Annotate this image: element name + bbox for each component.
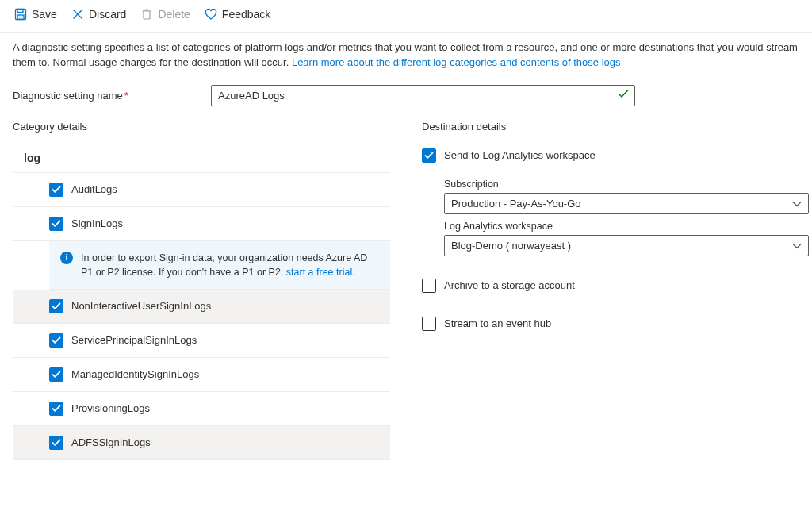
log-group-header: log (13, 144, 390, 173)
intro-text: A diagnostic setting specifies a list of… (13, 40, 798, 71)
log-checkbox[interactable] (49, 367, 63, 382)
log-label: SignInLogs (71, 217, 123, 229)
chevron-down-icon (792, 240, 802, 252)
destination-column: Destination details Send to Log Analytic… (422, 121, 799, 460)
log-item: AuditLogs (13, 173, 390, 207)
workspace-value: Blog-Demo ( norwayeast ) (451, 240, 571, 252)
log-checkbox[interactable] (49, 183, 63, 197)
trash-icon (140, 8, 153, 21)
learn-more-link[interactable]: Learn more about the different log categ… (292, 56, 621, 68)
discard-label: Discard (89, 8, 126, 21)
log-item: ADFSSignInLogs (13, 426, 390, 460)
feedback-label: Feedback (222, 8, 270, 21)
delete-button: Delete (140, 8, 190, 21)
log-item: NonInteractiveUserSignInLogs (13, 290, 390, 324)
log-item: ProvisioningLogs (13, 392, 390, 426)
workspace-select[interactable]: Blog-Demo ( norwayeast ) (444, 235, 809, 256)
archive-storage-label: Archive to a storage account (444, 279, 575, 291)
destination-header: Destination details (422, 121, 799, 133)
info-icon: i (60, 252, 73, 264)
log-item: SignInLogs (13, 207, 390, 241)
log-label: AuditLogs (71, 183, 117, 195)
svg-rect-2 (17, 15, 24, 20)
log-item: ManagedIdentitySignInLogs (13, 358, 390, 392)
feedback-button[interactable]: Feedback (205, 8, 270, 21)
subscription-select[interactable]: Production - Pay-As-You-Go (444, 193, 809, 214)
log-checkbox[interactable] (49, 436, 63, 450)
log-label: ADFSSignInLogs (71, 436, 151, 448)
discard-button[interactable]: Discard (71, 8, 126, 21)
signin-info-box: iIn order to export Sign-in data, your o… (49, 241, 390, 290)
svg-rect-1 (17, 10, 23, 13)
log-checkbox[interactable] (49, 402, 63, 416)
name-row: Diagnostic setting name* (13, 85, 799, 106)
free-trial-link[interactable]: start a free trial. (286, 267, 355, 278)
log-checkbox[interactable] (49, 217, 63, 231)
log-label: ProvisioningLogs (71, 402, 150, 414)
category-header: Category details (13, 121, 390, 133)
columns: Category details log AuditLogsSignInLogs… (13, 121, 799, 460)
subscription-label: Subscription (444, 179, 799, 190)
heart-icon (205, 8, 217, 21)
save-button[interactable]: Save (14, 8, 57, 21)
send-log-analytics-checkbox[interactable] (422, 148, 436, 163)
command-bar: Save Discard Delete Feedback (0, 0, 812, 33)
stream-eventhub-checkbox[interactable] (422, 317, 436, 331)
stream-eventhub-label: Stream to an event hub (444, 317, 551, 329)
log-label: ServicePrincipalSignInLogs (71, 334, 197, 346)
chevron-down-icon (792, 198, 802, 209)
log-label: NonInteractiveUserSignInLogs (71, 300, 211, 312)
log-list: AuditLogsSignInLogsiIn order to export S… (13, 173, 390, 460)
log-analytics-subsection: Subscription Production - Pay-As-You-Go … (422, 167, 799, 259)
log-label: ManagedIdentitySignInLogs (71, 368, 199, 380)
category-column: Category details log AuditLogsSignInLogs… (13, 121, 390, 460)
close-icon (71, 8, 84, 21)
save-label: Save (32, 8, 57, 21)
save-icon (14, 8, 27, 21)
stream-eventhub-row: Stream to an event hub (422, 312, 799, 336)
send-log-analytics-row: Send to Log Analytics workspace (422, 144, 799, 167)
subscription-value: Production - Pay-As-You-Go (451, 198, 581, 209)
delete-label: Delete (158, 8, 190, 21)
name-label-text: Diagnostic setting name (13, 90, 123, 102)
diagnostic-setting-name-input[interactable] (211, 85, 635, 106)
main-content: A diagnostic setting specifies a list of… (0, 33, 812, 476)
name-label: Diagnostic setting name* (13, 90, 211, 102)
info-text: In order to export Sign-in data, your or… (81, 251, 379, 279)
workspace-label: Log Analytics workspace (444, 221, 799, 232)
required-asterisk: * (124, 90, 128, 102)
log-checkbox[interactable] (49, 299, 63, 313)
log-item: ServicePrincipalSignInLogs (13, 324, 390, 358)
log-checkbox[interactable] (49, 333, 63, 348)
send-log-analytics-label: Send to Log Analytics workspace (444, 149, 596, 161)
name-input-wrap (211, 85, 635, 106)
valid-check-icon (618, 90, 629, 102)
archive-storage-checkbox[interactable] (422, 279, 436, 293)
archive-storage-row: Archive to a storage account (422, 274, 799, 298)
